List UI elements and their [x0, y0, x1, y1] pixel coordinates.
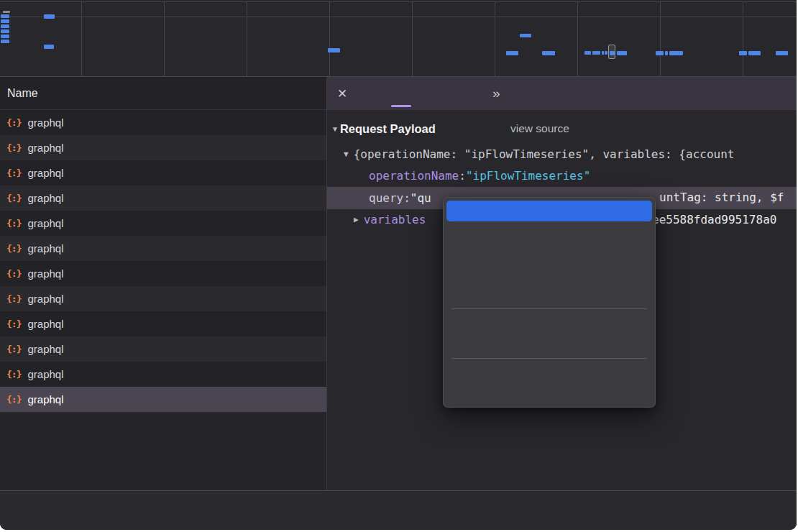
- request-name: graphql: [27, 217, 63, 229]
- json-icon: {:}: [6, 394, 21, 405]
- gridline: [81, 1, 82, 76]
- payload-root-row[interactable]: ▼ {operationName: "ipFlowTimeseries", va…: [327, 143, 797, 165]
- waterfall-bar: [3, 11, 10, 13]
- json-icon: {:}: [6, 318, 21, 329]
- request-name: graphql: [27, 318, 63, 330]
- menu-item[interactable]: [446, 242, 652, 263]
- gridline: [412, 1, 413, 76]
- details-tabbar: ✕ »: [327, 77, 797, 110]
- property-value-right: untTag: string, $f: [659, 187, 784, 209]
- gridline: [577, 1, 578, 76]
- waterfall-bar: [1, 40, 9, 43]
- waterfall-bar: [748, 51, 761, 55]
- table-row[interactable]: {:} graphql: [0, 336, 326, 362]
- section-expand-icon[interactable]: ▼: [331, 125, 339, 133]
- menu-item[interactable]: [446, 313, 652, 334]
- table-row[interactable]: {:} graphql: [0, 236, 326, 261]
- expand-icon[interactable]: ▼: [344, 150, 354, 159]
- menu-divider: [451, 308, 647, 309]
- more-tabs-icon[interactable]: »: [492, 86, 499, 101]
- waterfall-bar: [605, 51, 607, 55]
- property-key: query: [369, 191, 403, 205]
- waterfall-bar: [739, 51, 747, 55]
- gridline: [495, 1, 495, 76]
- request-name: graphql: [27, 116, 63, 129]
- table-row[interactable]: {:} graphql: [0, 261, 326, 286]
- json-icon: {:}: [6, 243, 21, 254]
- waterfall-bar: [669, 51, 683, 55]
- tab-strip: [377, 77, 474, 110]
- table-row[interactable]: {:} graphql: [0, 362, 326, 387]
- name-column-label: Name: [7, 87, 38, 100]
- table-row[interactable]: {:} graphql: [0, 286, 326, 311]
- table-row[interactable]: {:} graphql: [0, 135, 326, 160]
- menu-item[interactable]: [446, 221, 652, 242]
- section-title: Request Payload: [340, 122, 436, 136]
- waterfall-bar: [776, 51, 788, 55]
- waterfall-bar: [44, 14, 55, 19]
- waterfall-bar: [656, 51, 664, 55]
- json-icon: {:}: [6, 117, 21, 128]
- waterfall-bar: [542, 51, 555, 55]
- operation-name-row[interactable]: operationName: "ipFlowTimeseries": [327, 165, 797, 188]
- request-name: graphql: [27, 267, 63, 280]
- property-value-right: ee5588fdad995178a0: [652, 209, 776, 231]
- table-row[interactable]: {:} graphql: [0, 211, 326, 236]
- bottom-drawer: [0, 490, 797, 530]
- menu-item[interactable]: [446, 362, 652, 383]
- property-key: operationName: [369, 169, 459, 183]
- view-source-link[interactable]: view source: [510, 118, 569, 139]
- waterfall-bar: [592, 51, 600, 55]
- table-row[interactable]: {:} graphql: [0, 110, 326, 135]
- menu-item[interactable]: [446, 201, 652, 221]
- menu-item[interactable]: [446, 284, 652, 305]
- waterfall-bar: [1, 29, 9, 33]
- payload-preview-text: {operationName: "ipFlowTimeseries", vari…: [354, 147, 735, 161]
- json-icon: {:}: [6, 168, 21, 178]
- table-row[interactable]: {:} graphql: [0, 311, 326, 336]
- table-row[interactable]: {:} graphql: [0, 160, 326, 185]
- gridline: [0, 17, 797, 17]
- waterfall-bar: [328, 48, 340, 52]
- json-icon: {:}: [6, 293, 21, 304]
- close-icon[interactable]: ✕: [337, 86, 353, 101]
- json-icon: {:}: [6, 142, 21, 153]
- waterfall-bar: [610, 51, 615, 55]
- key-separator: :: [459, 169, 466, 183]
- json-icon: {:}: [6, 218, 21, 229]
- property-value-left: "qu: [411, 191, 431, 205]
- menu-item[interactable]: [446, 334, 652, 354]
- request-name: graphql: [27, 393, 63, 405]
- json-icon: {:}: [6, 268, 21, 279]
- network-overview[interactable]: [0, 0, 797, 77]
- waterfall-bar: [1, 19, 9, 23]
- request-name: graphql: [27, 368, 63, 380]
- gridline: [743, 1, 743, 76]
- json-icon: {:}: [6, 344, 21, 354]
- property-value: "ipFlowTimeseries": [466, 169, 590, 183]
- menu-item[interactable]: [446, 383, 652, 404]
- gridline: [660, 1, 661, 76]
- request-payload-section[interactable]: ▼ Request Payload: [327, 118, 436, 139]
- waterfall-bar: [44, 45, 54, 49]
- waterfall-bar: [1, 24, 9, 28]
- key-separator: :: [403, 191, 411, 205]
- request-name: graphql: [27, 192, 63, 204]
- collapsed-icon[interactable]: ▶: [354, 215, 364, 224]
- gridline: [247, 1, 247, 76]
- json-icon: {:}: [6, 193, 21, 203]
- menu-divider: [451, 358, 647, 359]
- table-row[interactable]: {:} graphql: [0, 387, 326, 412]
- request-name: graphql: [27, 293, 63, 305]
- request-list: {:} graphql {:} graphql {:} graphql {:} …: [0, 110, 326, 412]
- waterfall-bar: [520, 34, 531, 37]
- waterfall-bar: [584, 51, 591, 55]
- menu-item[interactable]: [446, 263, 652, 284]
- waterfall-bar: [506, 51, 518, 55]
- waterfall-bar: [1, 35, 9, 38]
- waterfall-bar: [665, 51, 668, 55]
- name-column-header[interactable]: Name: [0, 77, 326, 110]
- request-name: graphql: [27, 167, 63, 179]
- waterfall-bar: [602, 51, 604, 55]
- table-row[interactable]: {:} graphql: [0, 185, 326, 211]
